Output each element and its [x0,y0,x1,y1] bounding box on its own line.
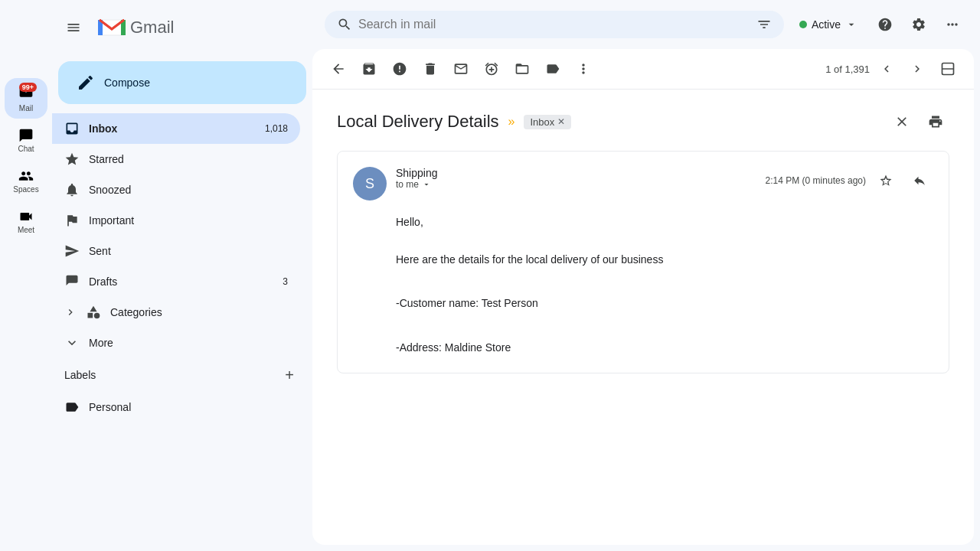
svg-point-2 [94,313,100,319]
nav-items: Inbox 1,018 Starred Snoozed [52,113,312,358]
mark-icon [453,61,469,77]
help-button[interactable] [870,9,900,40]
inbox-tag: Inbox ✕ [524,115,571,129]
sidebar-header: Gmail [52,6,312,49]
settings-button[interactable] [903,9,934,40]
body-line-1: Hello, [396,213,933,232]
mail-label: Mail [19,104,33,112]
tag-close-button[interactable]: ✕ [557,116,565,127]
active-status-button[interactable]: Active [790,12,867,37]
personal-label: Personal [89,401,131,413]
email-message: S Shipping to me 2:14 PM (0 minutes ago) [337,151,949,373]
gmail-logo: Gmail [96,17,174,38]
gmail-logo-icon [96,17,127,38]
search-filter-icon[interactable] [756,17,772,32]
to-me[interactable]: to me [396,179,766,190]
inbox-icon [64,121,80,136]
print-button[interactable] [922,108,949,135]
settings-icon [911,17,926,32]
search-input[interactable] [358,18,750,31]
sidebar-item-more[interactable]: More [52,328,300,358]
email-subject: Local Delivery Details [337,112,499,132]
snooze-button[interactable] [478,55,505,83]
reply-button[interactable] [906,167,933,194]
sidebar-item-spaces[interactable]: Spaces [5,162,47,200]
pagination: 1 of 1,391 [825,55,962,83]
sidebar-item-categories[interactable]: Categories [52,297,300,328]
menu-button[interactable] [58,12,89,43]
gmail-text: Gmail [130,18,174,37]
move-to-button[interactable] [508,55,536,83]
spaces-label: Spaces [13,185,38,194]
close-icon [894,114,910,129]
inbox-badge: 1,018 [265,123,288,134]
sidebar-item-sent[interactable]: Sent [52,236,300,266]
avatar: S [353,167,387,201]
move-icon [514,61,530,77]
to-me-chevron-icon [422,180,431,189]
snoozed-label: Snoozed [89,184,131,196]
email-subject-row: Local Delivery Details » Inbox ✕ [337,108,949,135]
body-line-2: Here are the details for the local deliv… [396,250,933,269]
next-email-button[interactable] [903,55,931,83]
reply-icon [913,174,926,187]
left-icon-bar: 99+ Mail Chat Spaces Meet [0,0,52,551]
prev-email-button[interactable] [873,55,900,83]
snooze-icon [64,182,80,197]
sent-icon [64,243,80,259]
reading-pane-icon [940,61,956,77]
print-icon [928,114,943,129]
chat-icon [18,128,34,143]
sidebar-item-starred[interactable]: Starred [52,144,300,174]
sidebar-item-personal[interactable]: Personal [52,392,300,422]
star-message-button[interactable] [872,167,900,194]
pagination-text: 1 of 1,391 [825,64,870,75]
forward-arrows-icon: » [508,115,515,129]
more-chevron-icon [64,335,80,350]
email-toolbar: 1 of 1,391 [312,49,974,90]
to-me-label: to me [396,179,419,190]
more-actions-button[interactable] [570,55,597,83]
topbar-right: Active [790,9,968,40]
delete-button[interactable] [416,55,444,83]
toggle-reading-pane-button[interactable] [934,55,962,83]
meet-label: Meet [18,226,34,234]
search-box[interactable] [325,11,784,38]
sidebar-item-drafts[interactable]: Drafts 3 [52,266,300,297]
apps-button[interactable] [937,9,968,40]
topbar: Active [312,0,980,49]
meet-icon [18,209,34,224]
label-btn-icon [545,61,560,77]
sidebar-item-snoozed[interactable]: Snoozed [52,174,300,205]
star-icon [64,152,80,167]
inbox-label: Inbox [89,122,117,135]
sidebar-item-mail[interactable]: 99+ Mail [5,78,47,119]
star-message-icon [879,174,893,187]
sidebar-item-inbox[interactable]: Inbox 1,018 [52,113,300,144]
back-button[interactable] [325,55,352,83]
mark-as-button[interactable] [447,55,475,83]
draft-icon [64,274,80,289]
important-icon [64,213,80,228]
hamburger-icon [66,20,81,35]
close-email-button[interactable] [888,108,916,135]
starred-label: Starred [89,153,124,165]
sender-name: Shipping [396,167,766,179]
archive-button[interactable] [355,55,383,83]
snooze-btn-icon [484,61,499,77]
report-spam-button[interactable] [386,55,413,83]
sidebar-item-important[interactable]: Important [52,205,300,236]
label-button[interactable] [539,55,567,83]
drafts-label: Drafts [89,276,117,288]
apps-icon [945,17,960,32]
search-icon [337,17,352,32]
categories-label: Categories [110,306,162,318]
compose-button[interactable]: Compose [58,61,306,104]
sidebar-item-meet[interactable]: Meet [5,203,47,240]
labels-title: Labels [64,369,96,381]
more-label: More [89,337,113,349]
add-label-button[interactable]: + [279,364,300,386]
email-content: Local Delivery Details » Inbox ✕ [312,90,974,545]
back-arrow-icon [331,61,346,77]
sidebar-item-chat[interactable]: Chat [5,122,47,159]
